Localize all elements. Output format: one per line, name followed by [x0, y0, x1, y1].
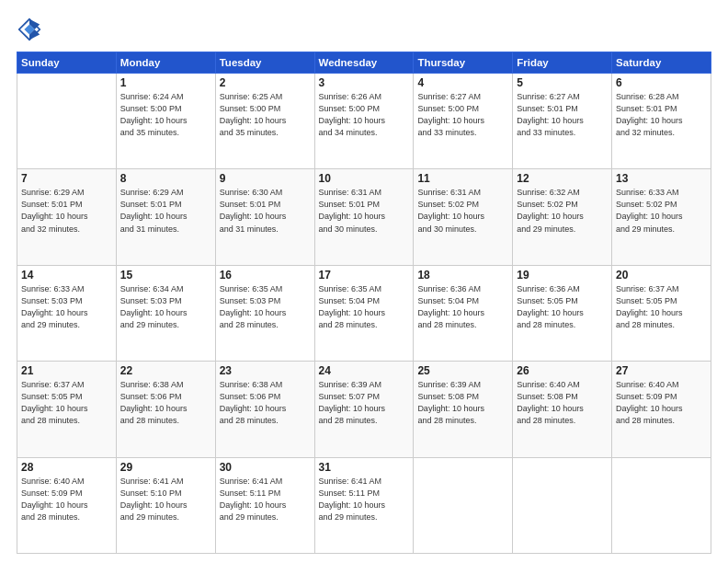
- calendar-cell: 3Sunrise: 6:26 AM Sunset: 5:00 PM Daylig…: [314, 74, 414, 169]
- calendar-row: 7Sunrise: 6:29 AM Sunset: 5:01 PM Daylig…: [17, 169, 711, 265]
- calendar-cell: 25Sunrise: 6:39 AM Sunset: 5:08 PM Dayli…: [414, 362, 513, 457]
- day-info: Sunrise: 6:39 AM Sunset: 5:08 PM Dayligh…: [417, 379, 508, 427]
- day-number: 25: [417, 364, 508, 377]
- calendar-cell: 29Sunrise: 6:41 AM Sunset: 5:10 PM Dayli…: [116, 457, 215, 553]
- day-info: Sunrise: 6:26 AM Sunset: 5:00 PM Dayligh…: [319, 91, 410, 139]
- calendar-cell: 9Sunrise: 6:30 AM Sunset: 5:01 PM Daylig…: [215, 169, 314, 265]
- calendar-cell: [414, 457, 513, 553]
- calendar-cell: 13Sunrise: 6:33 AM Sunset: 5:02 PM Dayli…: [612, 169, 711, 265]
- calendar-cell: [17, 74, 117, 169]
- day-number: 27: [616, 364, 707, 377]
- page: SundayMondayTuesdayWednesdayThursdayFrid…: [0, 0, 728, 563]
- calendar-cell: 4Sunrise: 6:27 AM Sunset: 5:00 PM Daylig…: [414, 74, 513, 169]
- day-number: 29: [120, 461, 211, 474]
- day-info: Sunrise: 6:40 AM Sunset: 5:09 PM Dayligh…: [21, 476, 112, 523]
- calendar-cell: 8Sunrise: 6:29 AM Sunset: 5:01 PM Daylig…: [116, 169, 215, 265]
- calendar-cell: [513, 457, 612, 553]
- day-info: Sunrise: 6:35 AM Sunset: 5:03 PM Dayligh…: [220, 283, 311, 331]
- calendar-cell: 27Sunrise: 6:40 AM Sunset: 5:09 PM Dayli…: [612, 362, 711, 457]
- calendar-cell: 20Sunrise: 6:37 AM Sunset: 5:05 PM Dayli…: [612, 265, 711, 361]
- col-header-saturday: Saturday: [612, 52, 711, 74]
- col-header-monday: Monday: [116, 52, 215, 74]
- day-number: 16: [220, 269, 311, 282]
- day-info: Sunrise: 6:32 AM Sunset: 5:02 PM Dayligh…: [517, 187, 608, 235]
- day-info: Sunrise: 6:31 AM Sunset: 5:01 PM Dayligh…: [319, 187, 410, 235]
- day-number: 6: [616, 76, 707, 89]
- day-info: Sunrise: 6:38 AM Sunset: 5:06 PM Dayligh…: [120, 379, 211, 427]
- day-info: Sunrise: 6:27 AM Sunset: 5:01 PM Dayligh…: [517, 91, 608, 139]
- calendar-cell: 1Sunrise: 6:24 AM Sunset: 5:00 PM Daylig…: [116, 74, 215, 169]
- calendar-cell: 12Sunrise: 6:32 AM Sunset: 5:02 PM Dayli…: [513, 169, 612, 265]
- calendar-cell: 24Sunrise: 6:39 AM Sunset: 5:07 PM Dayli…: [314, 362, 414, 457]
- day-number: 21: [21, 364, 112, 377]
- calendar-cell: 22Sunrise: 6:38 AM Sunset: 5:06 PM Dayli…: [116, 362, 215, 457]
- day-number: 2: [220, 76, 311, 89]
- day-info: Sunrise: 6:37 AM Sunset: 5:05 PM Dayligh…: [21, 379, 112, 427]
- day-number: 20: [616, 269, 707, 282]
- calendar-cell: 6Sunrise: 6:28 AM Sunset: 5:01 PM Daylig…: [612, 74, 711, 169]
- calendar-cell: 23Sunrise: 6:38 AM Sunset: 5:06 PM Dayli…: [215, 362, 314, 457]
- day-number: 26: [517, 364, 608, 377]
- day-number: 23: [220, 364, 311, 377]
- day-info: Sunrise: 6:27 AM Sunset: 5:00 PM Dayligh…: [417, 91, 508, 139]
- day-number: 18: [417, 269, 508, 282]
- day-number: 24: [319, 364, 410, 377]
- day-number: 17: [319, 269, 410, 282]
- calendar-cell: 2Sunrise: 6:25 AM Sunset: 5:00 PM Daylig…: [215, 74, 314, 169]
- day-info: Sunrise: 6:39 AM Sunset: 5:07 PM Dayligh…: [319, 379, 410, 427]
- col-header-sunday: Sunday: [17, 52, 117, 74]
- calendar-cell: 31Sunrise: 6:41 AM Sunset: 5:11 PM Dayli…: [314, 457, 414, 553]
- day-info: Sunrise: 6:28 AM Sunset: 5:01 PM Dayligh…: [616, 91, 707, 139]
- calendar-cell: 17Sunrise: 6:35 AM Sunset: 5:04 PM Dayli…: [314, 265, 414, 361]
- day-number: 9: [220, 172, 311, 185]
- day-info: Sunrise: 6:41 AM Sunset: 5:10 PM Dayligh…: [120, 476, 211, 523]
- calendar-cell: 19Sunrise: 6:36 AM Sunset: 5:05 PM Dayli…: [513, 265, 612, 361]
- header: [17, 17, 711, 42]
- calendar-row: 1Sunrise: 6:24 AM Sunset: 5:00 PM Daylig…: [17, 74, 711, 169]
- day-number: 8: [120, 172, 211, 185]
- calendar-cell: 16Sunrise: 6:35 AM Sunset: 5:03 PM Dayli…: [215, 265, 314, 361]
- calendar-cell: 26Sunrise: 6:40 AM Sunset: 5:08 PM Dayli…: [513, 362, 612, 457]
- day-info: Sunrise: 6:34 AM Sunset: 5:03 PM Dayligh…: [120, 283, 211, 331]
- day-info: Sunrise: 6:29 AM Sunset: 5:01 PM Dayligh…: [120, 187, 211, 235]
- col-header-wednesday: Wednesday: [314, 52, 414, 74]
- calendar-cell: 28Sunrise: 6:40 AM Sunset: 5:09 PM Dayli…: [17, 457, 117, 553]
- day-info: Sunrise: 6:31 AM Sunset: 5:02 PM Dayligh…: [417, 187, 508, 235]
- calendar-cell: 15Sunrise: 6:34 AM Sunset: 5:03 PM Dayli…: [116, 265, 215, 361]
- calendar-row: 14Sunrise: 6:33 AM Sunset: 5:03 PM Dayli…: [17, 265, 711, 361]
- calendar-cell: 14Sunrise: 6:33 AM Sunset: 5:03 PM Dayli…: [17, 265, 117, 361]
- day-number: 13: [616, 172, 707, 185]
- day-info: Sunrise: 6:29 AM Sunset: 5:01 PM Dayligh…: [21, 187, 112, 235]
- col-header-friday: Friday: [513, 52, 612, 74]
- day-number: 12: [517, 172, 608, 185]
- calendar-cell: [612, 457, 711, 553]
- col-header-tuesday: Tuesday: [215, 52, 314, 74]
- calendar-cell: 30Sunrise: 6:41 AM Sunset: 5:11 PM Dayli…: [215, 457, 314, 553]
- calendar-row: 28Sunrise: 6:40 AM Sunset: 5:09 PM Dayli…: [17, 457, 711, 553]
- day-number: 3: [319, 76, 410, 89]
- day-number: 5: [517, 76, 608, 89]
- day-info: Sunrise: 6:36 AM Sunset: 5:05 PM Dayligh…: [517, 283, 608, 331]
- day-number: 30: [220, 461, 311, 474]
- day-number: 19: [517, 269, 608, 282]
- col-header-thursday: Thursday: [414, 52, 513, 74]
- day-info: Sunrise: 6:33 AM Sunset: 5:03 PM Dayligh…: [21, 283, 112, 331]
- day-info: Sunrise: 6:41 AM Sunset: 5:11 PM Dayligh…: [319, 476, 410, 523]
- day-info: Sunrise: 6:41 AM Sunset: 5:11 PM Dayligh…: [220, 476, 311, 523]
- calendar-cell: 21Sunrise: 6:37 AM Sunset: 5:05 PM Dayli…: [17, 362, 117, 457]
- logo-icon: [17, 17, 42, 42]
- day-info: Sunrise: 6:40 AM Sunset: 5:09 PM Dayligh…: [616, 379, 707, 427]
- day-info: Sunrise: 6:40 AM Sunset: 5:08 PM Dayligh…: [517, 379, 608, 427]
- calendar-cell: 18Sunrise: 6:36 AM Sunset: 5:04 PM Dayli…: [414, 265, 513, 361]
- day-info: Sunrise: 6:30 AM Sunset: 5:01 PM Dayligh…: [220, 187, 311, 235]
- day-info: Sunrise: 6:36 AM Sunset: 5:04 PM Dayligh…: [417, 283, 508, 331]
- calendar-cell: 10Sunrise: 6:31 AM Sunset: 5:01 PM Dayli…: [314, 169, 414, 265]
- day-number: 14: [21, 269, 112, 282]
- calendar-header-row: SundayMondayTuesdayWednesdayThursdayFrid…: [17, 52, 711, 74]
- calendar-cell: 7Sunrise: 6:29 AM Sunset: 5:01 PM Daylig…: [17, 169, 117, 265]
- day-info: Sunrise: 6:37 AM Sunset: 5:05 PM Dayligh…: [616, 283, 707, 331]
- logo: [17, 17, 46, 42]
- day-number: 15: [120, 269, 211, 282]
- day-info: Sunrise: 6:25 AM Sunset: 5:00 PM Dayligh…: [220, 91, 311, 139]
- day-number: 7: [21, 172, 112, 185]
